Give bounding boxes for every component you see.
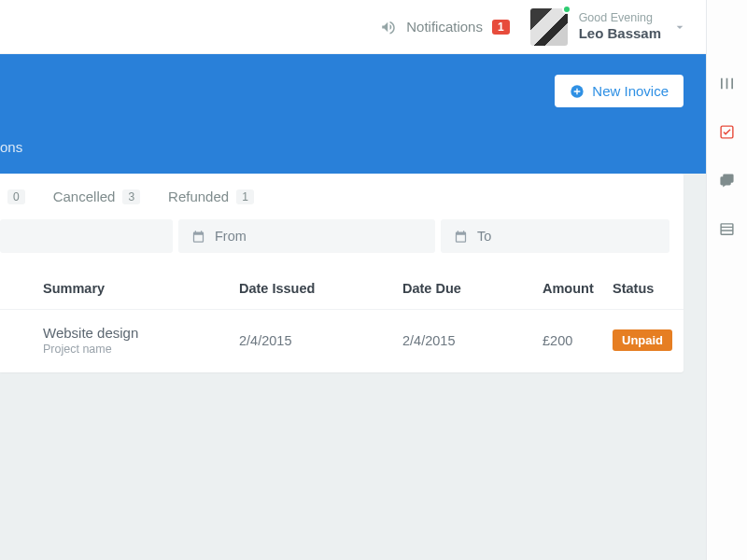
- col-amount: Amount: [543, 281, 613, 296]
- list-icon[interactable]: [707, 213, 748, 245]
- presence-indicator: [562, 5, 571, 14]
- row-date-issued: 2/4/2015: [239, 333, 402, 348]
- chat-icon[interactable]: [707, 164, 748, 196]
- tab-count: 0: [7, 189, 25, 204]
- date-from-label: From: [215, 229, 247, 244]
- tab-count: 3: [122, 189, 140, 204]
- notifications-count-badge: 1: [492, 20, 510, 35]
- status-badge: Unpaid: [613, 329, 672, 351]
- col-date-issued: Date Issued: [239, 281, 402, 296]
- tab-cancelled[interactable]: Cancelled 3: [53, 189, 140, 204]
- row-amount: £200: [543, 333, 613, 348]
- new-invoice-button[interactable]: New Inovice: [555, 75, 684, 107]
- columns-icon[interactable]: [707, 67, 748, 99]
- row-summary-title: Website design: [43, 325, 239, 341]
- new-invoice-label: New Inovice: [592, 83, 669, 99]
- megaphone-icon: [380, 19, 397, 35]
- greeting-text: Good Evening: [579, 11, 661, 25]
- chevron-down-icon: [672, 20, 687, 35]
- checkbox-icon[interactable]: [707, 116, 748, 147]
- status-tabs: 0 Cancelled 3 Refunded 1: [0, 174, 684, 219]
- tab-count: 1: [236, 189, 254, 204]
- table-row[interactable]: Website design Project name 2/4/2015 2/4…: [0, 310, 684, 372]
- invoices-panel: 0 Cancelled 3 Refunded 1: [0, 174, 684, 372]
- plus-circle-icon: [570, 84, 585, 99]
- calendar-icon: [454, 230, 468, 244]
- filter-bar: From To: [0, 219, 684, 266]
- user-menu[interactable]: Good Evening Leo Bassam: [530, 8, 687, 46]
- breadcrumb[interactable]: ons: [0, 139, 22, 155]
- page-hero: New Inovice ons: [0, 54, 706, 174]
- notifications-button[interactable]: Notifications 1: [380, 19, 509, 35]
- col-summary: Summary: [43, 281, 239, 296]
- user-name: Leo Bassam: [579, 25, 661, 42]
- svg-rect-2: [721, 223, 733, 233]
- col-status: Status: [613, 281, 669, 296]
- col-date-due: Date Due: [402, 281, 543, 296]
- table-header: Summary Date Issued Date Due Amount Stat…: [0, 266, 684, 310]
- top-bar: Notifications 1 Good Evening Leo Bassam: [0, 0, 706, 54]
- date-from-input[interactable]: From: [178, 219, 435, 253]
- right-rail: [706, 0, 747, 560]
- row-date-due: 2/4/2015: [402, 333, 543, 348]
- search-input[interactable]: [0, 219, 173, 253]
- date-to-label: To: [477, 229, 491, 244]
- row-summary-sub: Project name: [43, 343, 239, 356]
- tab-refunded[interactable]: Refunded 1: [168, 189, 254, 204]
- date-to-input[interactable]: To: [441, 219, 669, 253]
- avatar: [530, 8, 568, 46]
- calendar-icon: [191, 230, 205, 244]
- notifications-label: Notifications: [406, 19, 483, 35]
- tab-partial[interactable]: 0: [0, 189, 25, 204]
